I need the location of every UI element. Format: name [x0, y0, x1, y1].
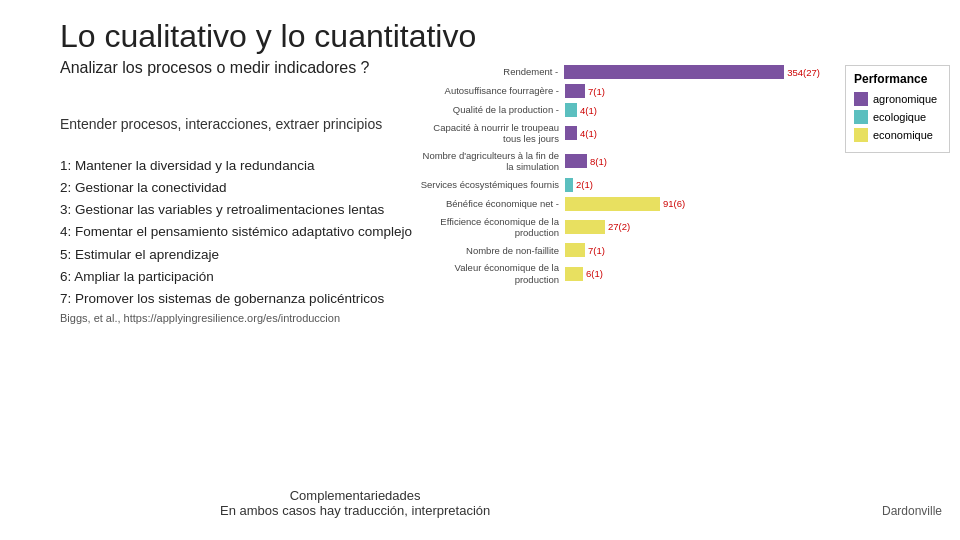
legend-swatch-1: [854, 110, 868, 124]
chart-label-4: Nombre d'agriculteurs à la fin de la sim…: [420, 150, 565, 173]
chart-row-8: Nombre de non-faillite7(1): [420, 243, 820, 257]
chart-bar-8: [565, 243, 585, 257]
page-title: Lo cualitativo y lo cuantitativo: [0, 0, 960, 55]
chart-label-1: Autosuffisance fourragère -: [420, 85, 565, 96]
principle-item-5: 5: Estimular el aprendizaje: [60, 244, 420, 266]
chart-val-2: 4(1): [580, 105, 597, 116]
chart-label-5: Services écosystémiques fournis: [420, 179, 565, 190]
chart-label-3: Capacité à nourrir le troupeau tous les …: [420, 122, 565, 145]
performance-legend: Performance agronomiqueecologiqueeconomi…: [845, 65, 950, 153]
chart-row-3: Capacité à nourrir le troupeau tous les …: [420, 122, 820, 145]
principle-item-2: 2: Gestionar la conectividad: [60, 177, 420, 199]
chart-row-5: Services écosystémiques fournis2(1): [420, 178, 820, 192]
biggs-reference: Biggs, et al., https://applyingresilienc…: [60, 312, 420, 324]
chart-row-2: Qualité de la production -4(1): [420, 103, 820, 117]
chart-bar-3: [565, 126, 577, 140]
chart-val-8: 7(1): [588, 245, 605, 256]
chart-val-7: 27(2): [608, 221, 630, 232]
chart-val-5: 2(1): [576, 179, 593, 190]
chart-row-4: Nombre d'agriculteurs à la fin de la sim…: [420, 150, 820, 173]
chart-bar-9: [565, 267, 583, 281]
chart-bar-2: [565, 103, 577, 117]
legend-item-1: ecologique: [854, 110, 941, 124]
left-panel: Entender procesos, interacciones, extrae…: [60, 115, 420, 324]
principles-list: 1: Mantener la diversidad y la redundanc…: [60, 155, 420, 311]
performance-title: Performance: [854, 72, 941, 86]
chart-container: Rendement -354(27)Autosuffisance fourrag…: [420, 65, 820, 445]
dardonville-credit: Dardonville: [882, 504, 942, 518]
legend-swatch-0: [854, 92, 868, 106]
chart-label-0: Rendement -: [420, 66, 564, 77]
chart-bar-6: [565, 197, 660, 211]
chart-val-6: 91(6): [663, 198, 685, 209]
chart-bar-5: [565, 178, 573, 192]
chart-bar-4: [565, 154, 587, 168]
chart-bar-1: [565, 84, 585, 98]
chart-label-9: Valeur économique de la production: [420, 262, 565, 285]
principle-item-7: 7: Promover los sistemas de gobernanza p…: [60, 288, 420, 310]
complementariedades: Complementariedades: [220, 488, 490, 503]
principle-item-3: 3: Gestionar las variables y retroalimen…: [60, 199, 420, 221]
chart-row-1: Autosuffisance fourragère -7(1): [420, 84, 820, 98]
chart-row-9: Valeur économique de la production6(1): [420, 262, 820, 285]
legend-label-1: ecologique: [873, 111, 926, 123]
chart-label-6: Bénéfice économique net -: [420, 198, 565, 209]
chart-row-7: Efficience économique de la production27…: [420, 216, 820, 239]
chart-val-4: 8(1): [590, 156, 607, 167]
principle-item-4: 4: Fomentar el pensamiento sistémico ada…: [60, 221, 420, 243]
chart-row-6: Bénéfice économique net -91(6): [420, 197, 820, 211]
chart-bar-0: [564, 65, 784, 79]
principle-item-6: 6: Ampliar la participación: [60, 266, 420, 288]
chart-bar-7: [565, 220, 605, 234]
chart-val-3: 4(1): [580, 128, 597, 139]
bottom-text: Complementariedades En ambos casos hay t…: [220, 488, 490, 518]
legend-item-0: agronomique: [854, 92, 941, 106]
chart-row-0: Rendement -354(27): [420, 65, 820, 79]
legend-label-0: agronomique: [873, 93, 937, 105]
legend-swatch-2: [854, 128, 868, 142]
chart-val-0: 354(27): [787, 67, 820, 78]
entender-text: Entender procesos, interacciones, extrae…: [60, 115, 420, 135]
translation-text: En ambos casos hay traducción, interpret…: [220, 503, 490, 518]
chart-val-9: 6(1): [586, 268, 603, 279]
legend-item-2: economique: [854, 128, 941, 142]
chart-label-7: Efficience économique de la production: [420, 216, 565, 239]
chart-label-8: Nombre de non-faillite: [420, 245, 565, 256]
principle-item-1: 1: Mantener la diversidad y la redundanc…: [60, 155, 420, 177]
chart-val-1: 7(1): [588, 86, 605, 97]
legend-label-2: economique: [873, 129, 933, 141]
chart-label-2: Qualité de la production -: [420, 104, 565, 115]
